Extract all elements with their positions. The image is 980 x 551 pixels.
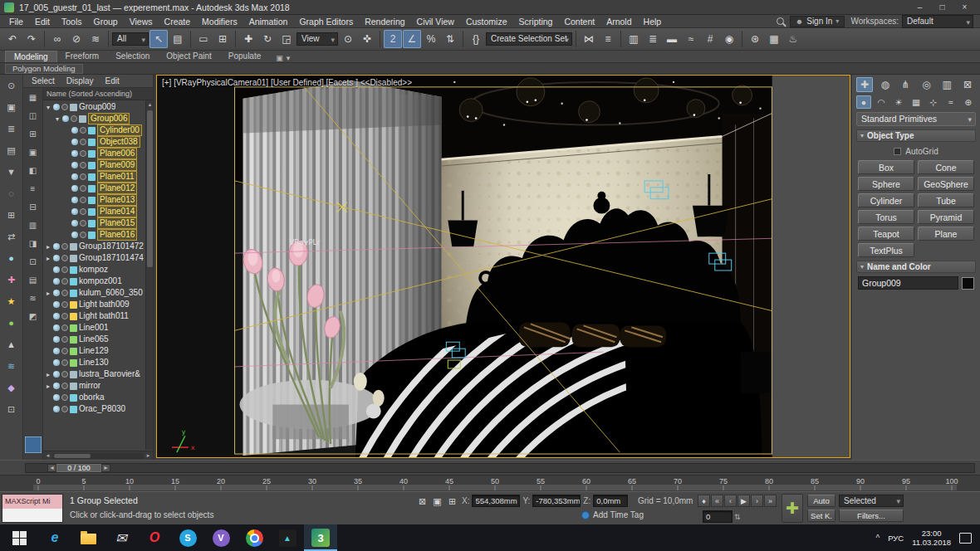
taskbar-3ds-max[interactable]: 3 bbox=[304, 524, 337, 551]
menu-help[interactable]: Help bbox=[638, 17, 668, 27]
visibility-eye-icon[interactable] bbox=[71, 197, 78, 203]
maxscript-input[interactable] bbox=[2, 509, 62, 522]
render-toggle-icon[interactable] bbox=[71, 115, 77, 122]
toggle-scene-explorer-icon[interactable]: ▥ bbox=[625, 30, 643, 48]
render-toggle-icon[interactable] bbox=[61, 394, 68, 401]
percent-snap-toggle-icon[interactable]: % bbox=[422, 30, 440, 48]
render-toggle-icon[interactable] bbox=[80, 139, 86, 145]
display-spacewarps-icon[interactable]: ≋ bbox=[3, 358, 20, 374]
action-center-icon[interactable] bbox=[959, 533, 972, 544]
taskbar-opera[interactable]: O bbox=[138, 524, 171, 551]
visibility-eye-icon[interactable] bbox=[53, 104, 60, 110]
taskbar-clock[interactable]: 23:00 11.03.2018 bbox=[912, 529, 951, 547]
x-coordinate-field[interactable]: 554,308mm bbox=[472, 495, 520, 507]
visibility-eye-icon[interactable] bbox=[71, 208, 78, 215]
object-type-button-pyramid[interactable]: Pyramid bbox=[918, 210, 974, 224]
tree-row[interactable]: kompoz bbox=[43, 264, 145, 276]
render-toggle-icon[interactable] bbox=[61, 104, 68, 110]
edit-named-selection-sets-icon[interactable]: {} bbox=[467, 30, 485, 48]
render-toggle-icon[interactable] bbox=[61, 348, 68, 354]
expand-arrow-icon[interactable]: ▸ bbox=[45, 255, 51, 262]
tree-row[interactable]: ▸Group187101472 bbox=[43, 241, 145, 252]
tree-row[interactable]: Line129 bbox=[43, 345, 145, 357]
visibility-eye-icon[interactable] bbox=[53, 324, 60, 331]
display-xrefs-icon[interactable]: ⊡ bbox=[3, 401, 20, 417]
explorer-filter-icon[interactable]: ▤ bbox=[26, 274, 41, 286]
tree-row[interactable]: ▸mirror bbox=[43, 380, 145, 392]
explorer-menu-select[interactable]: Select bbox=[27, 76, 60, 85]
ribbon-minimize-icon[interactable]: ▾ bbox=[287, 54, 291, 62]
visibility-eye-icon[interactable] bbox=[71, 185, 78, 192]
render-toggle-icon[interactable] bbox=[61, 383, 68, 389]
object-type-button-textplus[interactable]: TextPlus bbox=[858, 243, 914, 257]
snaps-toggle-icon[interactable]: 2 bbox=[384, 30, 402, 48]
category-space-warps-icon[interactable]: ≈ bbox=[943, 95, 958, 109]
tree-row[interactable]: Line130 bbox=[43, 357, 145, 368]
track-bar[interactable]: 0510152025303540455055606570758085909510… bbox=[0, 475, 980, 491]
scroll-left-icon[interactable]: ◂ bbox=[43, 452, 52, 459]
visibility-eye-icon[interactable] bbox=[53, 278, 60, 285]
key-mode-toggle-button[interactable]: ♦ bbox=[698, 495, 710, 507]
taskbar-chrome[interactable] bbox=[238, 524, 271, 551]
object-type-button-teapot[interactable]: Teapot bbox=[858, 227, 914, 241]
rendered-frame-window-icon[interactable]: ▦ bbox=[765, 30, 783, 48]
scroll-track[interactable] bbox=[52, 453, 144, 459]
render-toggle-icon[interactable] bbox=[80, 220, 86, 227]
tree-sort-header[interactable]: Name (Sorted Ascending) bbox=[43, 88, 153, 100]
tree-row[interactable]: Plane009 bbox=[43, 159, 145, 171]
next-key-icon[interactable]: ▸ bbox=[101, 464, 110, 472]
tree-row[interactable]: ▸lustra_Barovier& bbox=[43, 368, 145, 380]
toolbar-dd-selection-filter[interactable]: All bbox=[112, 32, 149, 46]
visibility-eye-icon[interactable] bbox=[53, 394, 60, 401]
explorer-filter-icon[interactable]: ◨ bbox=[26, 237, 41, 250]
explorer-filter-icon[interactable]: ◫ bbox=[26, 110, 41, 122]
tree-horizontal-scrollbar[interactable]: ◂ ▸ bbox=[43, 451, 153, 460]
absolute-offset-toggle-icon[interactable]: ▣ bbox=[430, 495, 444, 508]
explorer-filter-icon[interactable]: ⊡ bbox=[26, 256, 41, 268]
tree-vertical-scrollbar[interactable]: ▲ bbox=[145, 100, 153, 450]
workspace-dropdown[interactable]: Default bbox=[902, 15, 973, 28]
tab-polygon-modeling[interactable]: Polygon Modeling bbox=[5, 64, 83, 74]
tree-row[interactable]: Light bath011 bbox=[43, 310, 145, 322]
render-toggle-icon[interactable] bbox=[61, 406, 68, 412]
pin-scene-explorer-icon[interactable]: ⊙ bbox=[3, 77, 20, 94]
use-pivot-point-center-icon[interactable]: ⊙ bbox=[339, 30, 357, 48]
visibility-eye-icon[interactable] bbox=[53, 266, 60, 273]
next-frame-button[interactable]: › bbox=[751, 495, 763, 507]
language-indicator[interactable]: РУС bbox=[888, 534, 904, 543]
taskbar-mail[interactable]: ✉ bbox=[105, 524, 138, 551]
curve-editor-icon[interactable]: ≈ bbox=[682, 30, 700, 48]
bind-to-space-warp-icon[interactable]: ≋ bbox=[86, 30, 105, 48]
panel-tab-motion-icon[interactable]: ◎ bbox=[918, 77, 934, 92]
explorer-filter-icon[interactable]: ▦ bbox=[26, 91, 41, 104]
render-toggle-icon[interactable] bbox=[61, 278, 68, 285]
explorer-filter-icon[interactable]: ≡ bbox=[26, 183, 41, 195]
menu-group[interactable]: Group bbox=[88, 17, 124, 27]
object-type-button-plane[interactable]: Plane bbox=[918, 227, 974, 241]
object-type-button-cone[interactable]: Cone bbox=[918, 160, 974, 174]
menu-modifiers[interactable]: Modifiers bbox=[196, 17, 243, 27]
render-toggle-icon[interactable] bbox=[80, 232, 86, 238]
visibility-eye-icon[interactable] bbox=[53, 371, 60, 378]
unlink-selection-icon[interactable]: ⊘ bbox=[67, 30, 86, 48]
explorer-filter-icon[interactable]: ◩ bbox=[26, 310, 41, 323]
toggle-layer-explorer-icon[interactable]: ≣ bbox=[644, 30, 662, 48]
viewport-camera[interactable]: VRayPLr x y [+] [VRayPhysicalCamera01] [… bbox=[156, 75, 850, 458]
sign-in-button[interactable]: ☻ Sign In ▾ bbox=[790, 16, 845, 27]
visibility-eye-icon[interactable] bbox=[53, 313, 60, 319]
explorer-filter-icon[interactable]: ▥ bbox=[26, 219, 41, 232]
select-and-move-icon[interactable]: ✚ bbox=[239, 30, 257, 48]
time-slider-label[interactable]: 0 / 100 bbox=[56, 464, 101, 472]
render-toggle-icon[interactable] bbox=[61, 301, 68, 308]
tray-expand-icon[interactable]: ^ bbox=[875, 534, 880, 543]
ribbon-tab-populate[interactable]: Populate bbox=[220, 51, 269, 62]
menu-create[interactable]: Create bbox=[159, 17, 197, 27]
tree-row[interactable]: Plane006 bbox=[43, 148, 145, 159]
render-toggle-icon[interactable] bbox=[80, 127, 86, 134]
render-toggle-icon[interactable] bbox=[80, 150, 86, 157]
menu-animation[interactable]: Animation bbox=[243, 17, 294, 27]
expand-arrow-icon[interactable]: ▸ bbox=[45, 243, 51, 251]
object-type-button-sphere[interactable]: Sphere bbox=[858, 177, 914, 191]
tree-row[interactable]: ▸kulum_6060_350 bbox=[43, 287, 145, 299]
expand-arrow-icon[interactable]: ▸ bbox=[45, 290, 51, 297]
